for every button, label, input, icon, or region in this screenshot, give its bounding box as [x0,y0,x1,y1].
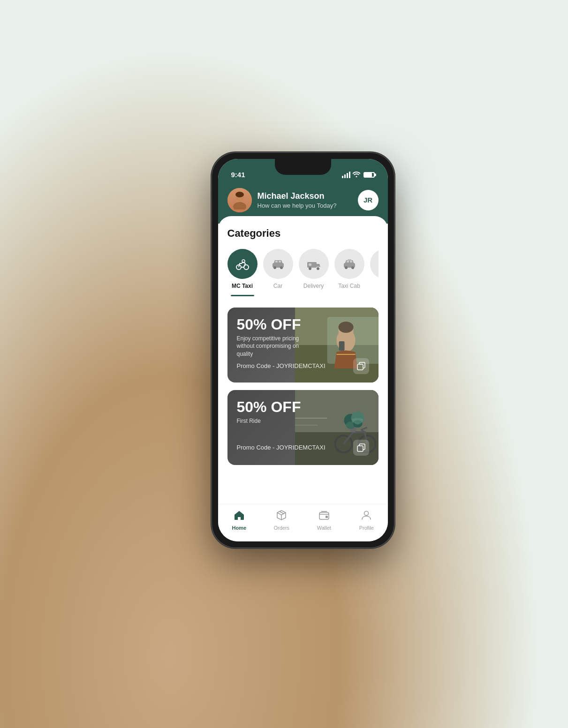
promo-code-1: Promo Code - JOYRIDEMCTAXI [237,362,326,369]
promo-card-2[interactable]: 50% OFF First Ride Promo Code - JOYRIDEM… [227,390,379,465]
promo-desc-1: Enjoy competitive pricing without compro… [237,335,312,358]
svg-rect-16 [348,259,351,261]
nav-orders[interactable]: Orders [260,510,303,531]
nav-home[interactable]: Home [218,510,261,531]
home-icon [234,510,244,523]
promo-discount-1: 50% OFF [237,317,369,332]
promo-code-2: Promo Code - JOYRIDEMCTAXI [237,444,326,451]
svg-rect-14 [309,263,311,266]
wallet-icon [319,510,329,523]
package-icon-circle [370,249,379,279]
main-content: Categories MC Taxi [218,216,388,504]
svg-point-13 [317,267,319,270]
orders-icon [276,510,287,523]
mc-taxi-label: MC Taxi [232,283,253,289]
svg-rect-19 [347,261,349,263]
notification-badge[interactable]: JR [358,190,379,210]
promo-content-2: 50% OFF First Ride Promo Code - JOYRIDEM… [227,390,379,465]
promo-card-1[interactable]: 50% OFF Enjoy competitive pricing withou… [227,308,379,383]
categories-row: MC Taxi [227,249,379,304]
delivery-label: Delivery [303,283,324,289]
svg-point-18 [351,266,354,269]
wallet-label: Wallet [317,525,331,531]
promo-discount-2: 50% OFF [237,399,369,414]
svg-point-7 [273,266,276,269]
taxi-icon-circle [334,249,364,279]
svg-rect-29 [357,364,363,370]
active-indicator [231,295,254,296]
signal-icon [342,172,350,178]
wifi-icon [353,171,360,179]
category-taxi-cab[interactable]: Taxi Cab [334,249,364,296]
category-delivery[interactable]: Delivery [299,249,329,296]
profile-label: Profile [359,525,374,531]
svg-rect-9 [275,261,278,263]
nav-profile[interactable]: Profile [345,510,388,531]
delivery-icon-circle [299,249,329,279]
car-icon-circle [263,249,293,279]
category-mc-taxi[interactable]: MC Taxi [227,249,257,296]
bottom-nav: Home Orders [218,504,388,541]
header-text: Michael Jackson How can we help you Toda… [257,191,352,209]
mc-taxi-icon-circle [227,249,257,279]
status-icons [342,171,375,179]
svg-rect-42 [326,516,328,518]
phone-notch [275,159,331,175]
svg-point-1 [233,202,246,210]
svg-point-17 [345,266,348,269]
promo-desc-2: First Ride [237,417,312,425]
svg-point-43 [364,511,369,516]
phone-device: 9:41 [212,152,394,548]
svg-rect-10 [279,261,281,263]
copy-button-1[interactable] [353,358,369,374]
user-name: Michael Jackson [257,191,352,201]
profile-icon [361,510,371,523]
svg-rect-40 [357,446,363,451]
phone-screen: 9:41 [218,159,388,541]
battery-icon [364,172,375,178]
category-package[interactable]: Pa... [370,249,379,296]
svg-point-12 [309,267,311,270]
svg-rect-20 [350,261,352,263]
avatar [227,188,252,212]
promo-content-1: 50% OFF Enjoy competitive pricing withou… [227,308,379,383]
orders-label: Orders [273,525,289,531]
categories-title: Categories [227,227,379,240]
nav-wallet[interactable]: Wallet [303,510,346,531]
svg-point-8 [280,266,283,269]
phone-wrapper: 9:41 [212,152,394,548]
category-car[interactable]: Car [263,249,293,296]
promo-section: 50% OFF Enjoy competitive pricing withou… [218,304,388,473]
categories-section: Categories MC Taxi [218,216,388,304]
taxi-cab-label: Taxi Cab [338,283,360,289]
car-label: Car [273,283,282,289]
copy-button-2[interactable] [353,440,369,456]
user-subtitle: How can we help you Today? [257,202,352,209]
home-label: Home [232,525,246,531]
status-time: 9:41 [231,171,245,179]
